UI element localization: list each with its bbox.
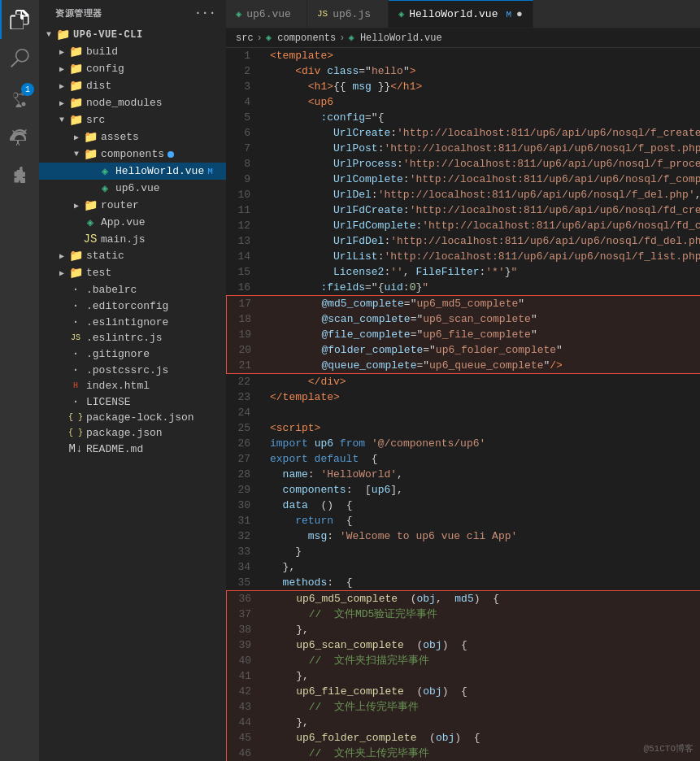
node-modules-arrow: ▶ — [55, 98, 68, 108]
ln-18: 18 — [227, 311, 261, 327]
babelrc-label: .babelrc — [86, 284, 137, 296]
lc-33: } — [263, 544, 700, 559]
code-line-10: 10 UrlDel:'http://localhost:811/up6/api/… — [226, 187, 700, 202]
tree-item-babelrc[interactable]: ▶ · .babelrc — [39, 281, 226, 298]
tree-item-packagejson[interactable]: ▶ { } package.json — [39, 425, 226, 441]
lc-24 — [263, 405, 700, 420]
files-activity-icon[interactable] — [0, 0, 39, 39]
code-line-5: 5 :config="{ — [226, 110, 700, 125]
up6vue-icon: ◈ — [98, 181, 112, 195]
tree-item-build[interactable]: ▶ 📁 build — [39, 43, 226, 60]
tree-item-node-modules[interactable]: ▶ 📁 node_modules — [39, 94, 226, 111]
code-line-21: 21 @queue_complete="up6_queue_complete"/… — [227, 358, 700, 373]
packagejson-label: package.json — [86, 427, 163, 439]
tree-item-gitignore[interactable]: ▶ · .gitignore — [39, 346, 226, 362]
ln-14: 14 — [226, 249, 260, 264]
ln-24: 24 — [226, 405, 260, 420]
tree-item-mainjs[interactable]: ▶ JS main.js — [39, 231, 226, 247]
code-line-33: 33 } — [226, 544, 700, 559]
tree-item-readme[interactable]: ▶ M↓ README.md — [39, 441, 226, 457]
ln-6: 6 — [226, 125, 260, 141]
tree-item-appvue[interactable]: ▶ ◈ App.vue — [39, 214, 226, 231]
sidebar-title: 资源管理器 — [55, 7, 102, 20]
ln-42: 42 — [227, 684, 261, 699]
lc-13: UrlFdDel:'http://localhost:811/up6/api/u… — [263, 233, 700, 249]
tree-item-eslintignore[interactable]: ▶ · .eslintignore — [39, 314, 226, 330]
config-label: config — [86, 63, 124, 75]
tree-item-components[interactable]: ▼ 📁 components — [39, 146, 226, 163]
code-line-15: 15 License2:'', FileFilter:'*'}" — [226, 264, 700, 280]
tree-item-license[interactable]: ▶ · LICENSE — [39, 394, 226, 410]
editor[interactable]: 1 <template> 2 <div class="hello"> 3 <h1… — [226, 48, 700, 761]
tree-item-router[interactable]: ▶ 📁 router — [39, 197, 226, 214]
code-line-41: 41 }, — [227, 668, 700, 684]
tab-helloworld-modified: M — [506, 10, 511, 20]
search-activity-icon[interactable] — [0, 39, 39, 78]
tree-item-up6vue[interactable]: ▶ ◈ up6.vue — [39, 180, 226, 197]
ln-45: 45 — [227, 730, 261, 746]
tree-item-eslintrc[interactable]: ▶ JS .eslintrc.js — [39, 330, 226, 346]
tree-item-assets[interactable]: ▶ 📁 assets — [39, 128, 226, 146]
lc-31: return { — [263, 513, 700, 528]
tab-bar: ◈ up6.vue JS up6.js ◈ HelloWorld.vue M ● — [226, 0, 700, 28]
tab-up6js[interactable]: JS up6.js — [307, 0, 389, 28]
code-line-6: 6 UrlCreate:'http://localhost:811/up6/ap… — [226, 125, 700, 141]
lc-4: <up6 — [263, 94, 700, 110]
tab-up6vue[interactable]: ◈ up6.vue — [226, 0, 307, 28]
code-line-1: 1 <template> — [226, 48, 700, 63]
static-arrow: ▶ — [55, 251, 68, 261]
lc-28: name: 'HelloWorld', — [263, 467, 700, 482]
code-line-19: 19 @file_complete="up6_file_complete" — [227, 327, 700, 342]
tab-helloworld[interactable]: ◈ HelloWorld.vue M ● — [389, 0, 533, 28]
extensions-activity-icon[interactable] — [0, 156, 39, 195]
lc-14: UrlList:'http://localhost:811/up6/api/up… — [263, 249, 700, 264]
ln-33: 33 — [226, 544, 260, 559]
code-line-45: 45 up6_folder_complete (obj) { — [227, 730, 700, 746]
ln-12: 12 — [226, 218, 260, 233]
ln-34: 34 — [226, 559, 260, 575]
lc-16: :fields="{uid:0}" — [263, 280, 700, 295]
tree-item-test[interactable]: ▶ 📁 test — [39, 264, 226, 281]
helloworld-label: HelloWorld.vue — [115, 165, 204, 177]
lc-19: @file_complete="up6_file_complete" — [264, 327, 700, 342]
lc-46: // 文件夹上传完毕事件 — [264, 746, 700, 761]
tree-item-packagelock[interactable]: ▶ { } package-lock.json — [39, 410, 226, 425]
up6vue-label: up6.vue — [115, 182, 160, 194]
editorconfig-label: .editorconfig — [86, 300, 168, 312]
eslintignore-label: .eslintignore — [86, 316, 168, 328]
tree-item-editorconfig[interactable]: ▶ · .editorconfig — [39, 298, 226, 314]
source-control-activity-icon[interactable]: 1 — [0, 78, 39, 117]
gitignore-label: .gitignore — [86, 348, 150, 360]
tree-item-static[interactable]: ▶ 📁 static — [39, 247, 226, 264]
tree-item-postcssrc[interactable]: ▶ · .postcssrc.js — [39, 362, 226, 378]
lc-11: UrlFdCreate:'http://localhost:811/up6/ap… — [263, 202, 700, 218]
tree-item-src[interactable]: ▼ 📁 src — [39, 111, 226, 128]
sidebar: 资源管理器 ··· ▼ 📁 UP6-VUE-CLI ▶ 📁 build ▶ 📁 … — [39, 0, 226, 761]
code-line-35: 35 methods: { — [226, 575, 700, 590]
tree-item-indexhtml[interactable]: ▶ H index.html — [39, 378, 226, 394]
sidebar-actions[interactable]: ··· — [194, 7, 216, 20]
helloworld-icon: ◈ — [98, 164, 112, 178]
static-icon: 📁 — [68, 249, 83, 263]
highlight-box: 17 @md5_complete="up6_md5_complete" 18 @… — [226, 295, 700, 374]
lc-8: UrlProcess:'http://localhost:811/up6/api… — [263, 156, 700, 172]
code-line-25: 25 <script> — [226, 420, 700, 436]
breadcrumb-sep2: › — [339, 33, 345, 44]
tree-root[interactable]: ▼ 📁 UP6-VUE-CLI — [39, 26, 226, 43]
lc-43: // 文件上传完毕事件 — [264, 699, 700, 715]
lc-45: up6_folder_complete (obj) { — [264, 730, 700, 746]
tree-item-config[interactable]: ▶ 📁 config — [39, 60, 226, 77]
lc-25: <script> — [263, 420, 700, 436]
code-line-34: 34 }, — [226, 559, 700, 575]
src-icon: 📁 — [68, 113, 83, 127]
code-line-4: 4 <up6 — [226, 94, 700, 110]
babelrc-icon: · — [68, 283, 83, 296]
debug-activity-icon[interactable] — [0, 117, 39, 156]
tree-item-helloworld[interactable]: ▶ ◈ HelloWorld.vue M — [39, 163, 226, 180]
highlight-box-2: 36 up6_md5_complete (obj, md5) { 37 // 文… — [226, 590, 700, 761]
dist-icon: 📁 — [68, 79, 83, 93]
code-line-3: 3 <h1>{{ msg }}</h1> — [226, 79, 700, 94]
tree-item-dist[interactable]: ▶ 📁 dist — [39, 77, 226, 94]
lc-30: data () { — [263, 498, 700, 513]
ln-28: 28 — [226, 467, 260, 482]
